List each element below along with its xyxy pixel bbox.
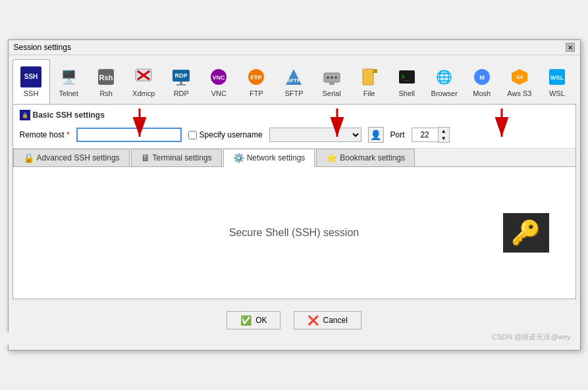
- tab-advanced-ssh[interactable]: 🔒 Advanced SSH settings: [13, 149, 130, 166]
- svg-text:M: M: [479, 74, 485, 81]
- rdp-icon: RDP: [171, 66, 192, 87]
- cancel-label: Cancel: [323, 316, 347, 325]
- section-header: 🔒 Basic SSH settings: [20, 110, 569, 120]
- proto-label-mosh: Mosh: [473, 89, 491, 97]
- user-icon-button[interactable]: 👤: [368, 127, 384, 143]
- ok-label: OK: [255, 316, 267, 325]
- proto-label-shell: Shell: [398, 89, 414, 97]
- tab-network-label: Network settings: [247, 153, 306, 162]
- protocol-telnet[interactable]: 🖥️ Telnet: [50, 59, 88, 104]
- port-increment-button[interactable]: ▲: [439, 128, 449, 135]
- proto-label-xdmcp: Xdmcp: [132, 89, 155, 97]
- tab-network[interactable]: ⚙️ Network settings: [223, 149, 315, 167]
- port-decrement-button[interactable]: ▼: [439, 135, 449, 142]
- advanced-ssh-tab-icon: 🔒: [23, 153, 34, 163]
- svg-point-22: [327, 76, 329, 79]
- protocol-xdmcp[interactable]: Xdmcp: [125, 59, 163, 104]
- proto-label-serial: Serial: [322, 89, 340, 97]
- svg-text:WSL: WSL: [550, 74, 564, 81]
- svg-rect-25: [329, 82, 334, 85]
- vnc-icon: VNC: [208, 66, 229, 87]
- svg-rect-12: [180, 82, 182, 84]
- bookmark-tab-icon: ⭐: [326, 153, 337, 163]
- form-row: Remote host * Specify username 👤 Port: [20, 127, 569, 143]
- rsh-icon: Rsh: [95, 66, 117, 87]
- close-button[interactable]: ✕: [566, 43, 575, 52]
- protocol-ftp[interactable]: FTP FTP: [238, 59, 275, 104]
- svg-rect-26: [363, 69, 373, 85]
- serial-icon: [321, 66, 342, 87]
- protocol-file[interactable]: File: [350, 59, 388, 104]
- protocol-shell[interactable]: >_ Shell: [388, 59, 425, 104]
- protocol-vnc[interactable]: VNC VNC: [200, 59, 238, 104]
- shell-icon: >_: [396, 66, 417, 87]
- key-icon-box: 🔑: [503, 213, 549, 253]
- mosh-icon: M: [471, 66, 493, 87]
- proto-label-telnet: Telnet: [59, 89, 78, 97]
- ssh-description: Secure Shell (SSH) session: [229, 227, 359, 239]
- protocol-rsh[interactable]: Rsh Rsh: [88, 59, 125, 104]
- ssh-icon: SSH: [20, 66, 41, 87]
- awss3-icon: S3: [509, 66, 530, 87]
- tab-advanced-ssh-label: Advanced SSH settings: [37, 153, 120, 162]
- ok-button[interactable]: ✅ OK: [227, 311, 281, 329]
- svg-text:>_: >_: [401, 73, 410, 81]
- svg-point-23: [331, 76, 333, 79]
- svg-rect-13: [176, 84, 186, 85]
- title-bar: Session settings ✕: [9, 40, 580, 55]
- cancel-icon: ❌: [307, 315, 319, 326]
- proto-label-vnc: VNC: [211, 89, 227, 97]
- proto-label-browser: Browser: [431, 89, 458, 97]
- proto-label-ssh: SSH: [24, 89, 39, 97]
- protocol-mosh[interactable]: M Mosh: [463, 59, 500, 104]
- watermark: CSDN @浪迹天涯@wxy: [3, 332, 575, 345]
- tabs-row: 🔒 Advanced SSH settings 🖥 Terminal setti…: [13, 149, 575, 167]
- session-settings-dialog: Session settings ✕ SSH SSH 🖥️ Telnet: [8, 39, 581, 351]
- proto-label-awss3: Aws S3: [507, 89, 531, 97]
- remote-host-label: Remote host *: [20, 130, 70, 139]
- svg-text:FTP: FTP: [251, 74, 262, 81]
- basic-ssh-settings: 🔒 Basic SSH settings Remote host * Speci…: [13, 105, 575, 149]
- ok-icon: ✅: [240, 315, 252, 326]
- proto-label-wsl: WSL: [549, 89, 565, 97]
- ftp-icon: FTP: [246, 66, 267, 87]
- proto-label-file: File: [363, 89, 375, 97]
- proto-label-rsh: Rsh: [99, 89, 113, 97]
- tab-content-area: Secure Shell (SSH) session 🔑: [13, 167, 575, 299]
- protocol-wsl[interactable]: WSL WSL: [538, 59, 575, 104]
- specify-username-checkbox[interactable]: [188, 131, 197, 139]
- tab-terminal[interactable]: 🖥 Terminal settings: [131, 149, 222, 166]
- protocol-browser[interactable]: 🌐 Browser: [425, 59, 463, 104]
- tab-bookmark-label: Bookmark settings: [340, 153, 405, 162]
- specify-username-label[interactable]: Specify username: [188, 130, 263, 139]
- browser-icon: 🌐: [434, 66, 455, 87]
- file-icon: [359, 66, 380, 87]
- port-label: Port: [390, 130, 405, 139]
- protocol-ssh[interactable]: SSH SSH: [13, 59, 50, 104]
- dialog-title: Session settings: [14, 43, 71, 52]
- svg-text:SFTP: SFTP: [287, 78, 301, 84]
- port-spinner: ▲ ▼: [412, 127, 450, 143]
- section-icon: 🔒: [20, 110, 30, 120]
- telnet-icon: 🖥️: [58, 66, 79, 87]
- svg-text:RDP: RDP: [175, 72, 188, 79]
- network-tab-icon: ⚙️: [233, 153, 244, 163]
- protocol-serial[interactable]: Serial: [313, 59, 350, 104]
- svg-text:VNC: VNC: [213, 74, 226, 81]
- protocol-awss3[interactable]: S3 Aws S3: [500, 59, 538, 104]
- port-input[interactable]: [412, 128, 438, 142]
- proto-label-rdp: RDP: [174, 89, 189, 97]
- protocol-sftp[interactable]: SFTP SFTP: [275, 59, 313, 104]
- section-title: Basic SSH settings: [33, 110, 105, 120]
- remote-host-input[interactable]: [76, 128, 182, 142]
- main-content: 🔒 Basic SSH settings Remote host * Speci…: [13, 104, 576, 299]
- protocol-row: SSH SSH 🖥️ Telnet Rsh Rsh: [9, 55, 580, 104]
- svg-text:S3: S3: [516, 74, 523, 80]
- tab-bookmark[interactable]: ⭐ Bookmark settings: [316, 149, 415, 166]
- username-dropdown[interactable]: [269, 128, 361, 142]
- terminal-tab-icon: 🖥: [141, 153, 150, 163]
- sftp-icon: SFTP: [283, 66, 304, 87]
- cancel-button[interactable]: ❌ Cancel: [294, 311, 361, 329]
- protocol-rdp[interactable]: RDP RDP: [163, 59, 200, 104]
- svg-rect-28: [373, 69, 377, 73]
